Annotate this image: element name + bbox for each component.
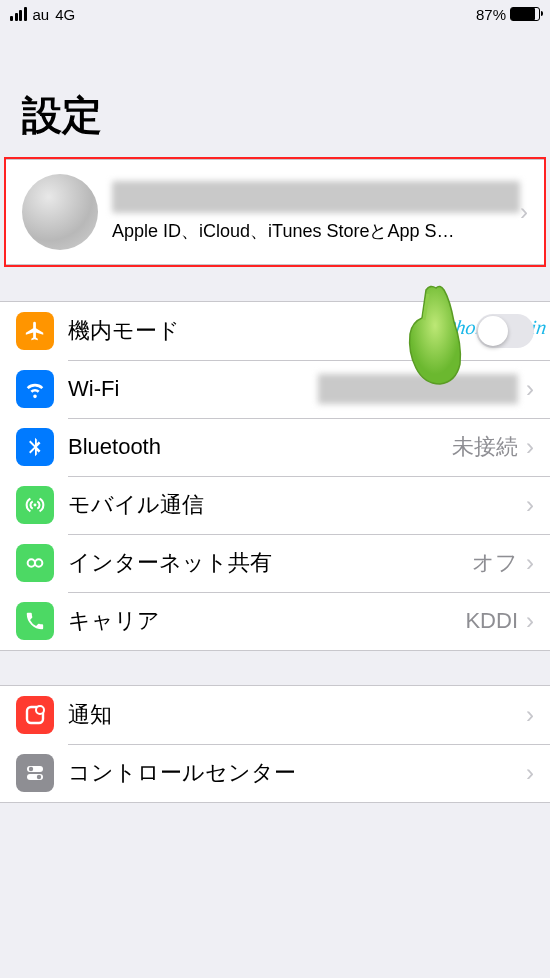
control-center-icon [16, 754, 54, 792]
battery-icon [510, 7, 540, 21]
header: 設定 [0, 28, 550, 157]
signal-icon [10, 7, 27, 21]
row-hotspot[interactable]: インターネット共有 オフ › [0, 534, 550, 592]
chevron-right-icon: › [526, 759, 534, 787]
svg-point-7 [29, 767, 33, 771]
chevron-right-icon: › [526, 701, 534, 729]
svg-point-0 [34, 504, 37, 507]
profile-name-redacted [112, 181, 520, 213]
row-carrier[interactable]: キャリア KDDI › [0, 592, 550, 650]
airplane-toggle[interactable] [476, 314, 534, 348]
row-bluetooth[interactable]: Bluetooth 未接続 › [0, 418, 550, 476]
row-airplane-mode[interactable]: 機内モード [0, 302, 550, 360]
chevron-right-icon: › [520, 198, 528, 226]
row-control-center[interactable]: コントロールセンター › [0, 744, 550, 802]
page-title: 設定 [22, 88, 528, 143]
bluetooth-icon [16, 428, 54, 466]
network-label: 4G [55, 6, 75, 23]
row-label: キャリア [68, 606, 465, 636]
row-wifi[interactable]: Wi-Fi › [0, 360, 550, 418]
row-label: Bluetooth [68, 434, 452, 460]
chevron-right-icon: › [526, 549, 534, 577]
airplane-icon [16, 312, 54, 350]
row-detail: オフ [472, 548, 518, 578]
avatar [22, 174, 98, 250]
chevron-right-icon: › [526, 433, 534, 461]
chevron-right-icon: › [526, 607, 534, 635]
apple-id-row[interactable]: Apple ID、iCloud、iTunes StoreとApp S… › [6, 159, 544, 265]
carrier-label: au [33, 6, 50, 23]
svg-point-8 [37, 775, 41, 779]
battery-percent: 87% [476, 6, 506, 23]
svg-point-1 [28, 559, 35, 566]
hotspot-icon [16, 544, 54, 582]
phone-icon [16, 602, 54, 640]
status-bar: au 4G 87% [0, 0, 550, 28]
row-label: インターネット共有 [68, 548, 472, 578]
settings-group-2: 通知 › コントロールセンター › [0, 685, 550, 803]
row-notifications[interactable]: 通知 › [0, 686, 550, 744]
row-detail: KDDI [465, 608, 518, 634]
chevron-right-icon: › [526, 375, 534, 403]
status-left: au 4G [10, 6, 75, 23]
profile-subtitle: Apple ID、iCloud、iTunes StoreとApp S… [112, 219, 520, 243]
chevron-right-icon: › [526, 491, 534, 519]
svg-point-4 [36, 706, 44, 714]
status-right: 87% [476, 6, 540, 23]
row-label: 通知 [68, 700, 526, 730]
row-label: モバイル通信 [68, 490, 526, 520]
wifi-value-redacted [318, 374, 518, 404]
row-cellular[interactable]: モバイル通信 › [0, 476, 550, 534]
antenna-icon [16, 486, 54, 524]
row-label: コントロールセンター [68, 758, 526, 788]
settings-group-1: 機内モード Wi-Fi › Bluetooth 未接続 › モバイル通信 › イ… [0, 301, 550, 651]
row-label: Wi-Fi [68, 376, 318, 402]
svg-point-2 [35, 559, 42, 566]
highlight-box: Apple ID、iCloud、iTunes StoreとApp S… › [4, 157, 546, 267]
wifi-icon [16, 370, 54, 408]
notifications-icon [16, 696, 54, 734]
row-detail: 未接続 [452, 432, 518, 462]
row-label: 機内モード [68, 316, 476, 346]
